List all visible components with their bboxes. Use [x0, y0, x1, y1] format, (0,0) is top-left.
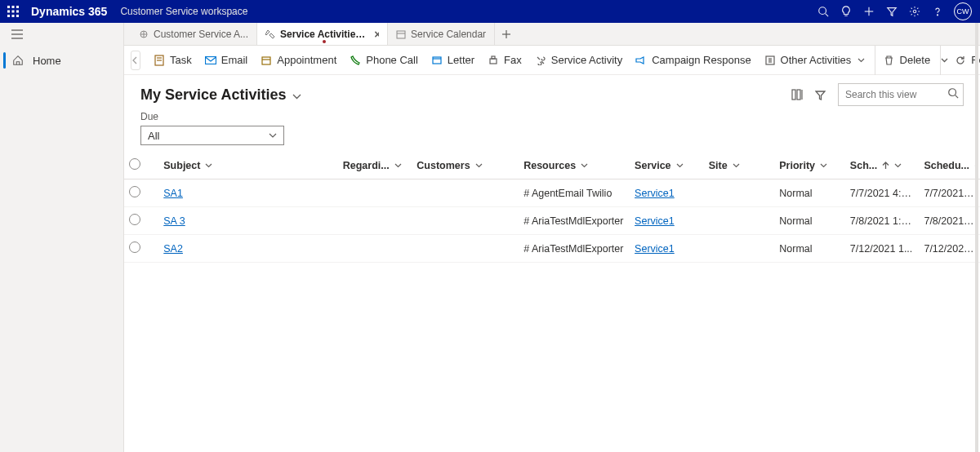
svg-rect-43: [792, 90, 795, 100]
campaign-icon: [635, 55, 647, 66]
phone-icon: [350, 55, 361, 66]
subject-link[interactable]: SA2: [163, 243, 183, 255]
delete-icon: [884, 55, 895, 66]
cell-sched-start: 7/12/2021 1...: [845, 235, 920, 263]
other-activities-icon: [764, 55, 776, 66]
svg-point-15: [937, 15, 938, 16]
lightbulb-icon[interactable]: [835, 0, 858, 23]
cell-resources: # AgentEmail Twilio: [519, 179, 630, 207]
back-button[interactable]: [131, 51, 140, 70]
col-site[interactable]: Site: [704, 152, 775, 179]
cmd-task[interactable]: Task: [147, 46, 198, 75]
col-service[interactable]: Service: [630, 152, 704, 179]
command-bar: Task Email Appointment Phone Call Letter…: [124, 46, 980, 75]
cmd-service-activity[interactable]: Service Activity: [528, 46, 629, 75]
tab-service-activities[interactable]: Service Activities My Ser... ×: [257, 23, 388, 45]
service-link[interactable]: Service1: [635, 188, 675, 199]
search-icon[interactable]: [947, 87, 959, 101]
subject-link[interactable]: SA1: [163, 188, 183, 199]
avatar[interactable]: CW: [954, 2, 972, 20]
cmd-fax[interactable]: Fax: [481, 46, 528, 75]
col-priority[interactable]: Priority: [774, 152, 845, 179]
cell-priority: Normal: [774, 235, 845, 263]
cmd-other-activities[interactable]: Other Activities: [758, 46, 871, 75]
svg-rect-1: [12, 6, 15, 8]
tab-label: Service Calendar: [411, 29, 486, 40]
tab-customer-service[interactable]: Customer Service A...: [131, 23, 257, 45]
search-input[interactable]: [838, 83, 964, 106]
cmd-appointment[interactable]: Appointment: [254, 46, 343, 75]
cell-sched-end: 7/12/2021 1...: [919, 235, 980, 263]
svg-rect-30: [262, 57, 270, 64]
svg-point-9: [819, 7, 826, 15]
filter-value: All: [148, 130, 159, 142]
svg-point-14: [913, 10, 916, 13]
table-row[interactable]: SA2 # AriaTestMdlExporter Service1 Norma…: [124, 235, 980, 263]
search-icon[interactable]: [812, 0, 835, 23]
search-this-view[interactable]: [838, 83, 964, 106]
add-tab-button[interactable]: [495, 23, 518, 45]
cell-resources: # AriaTestMdlExporter: [519, 207, 630, 235]
col-subject[interactable]: Subject: [158, 152, 337, 179]
svg-rect-0: [7, 6, 10, 8]
subject-link[interactable]: SA 3: [163, 215, 185, 227]
col-regarding[interactable]: Regardi...: [338, 152, 412, 179]
row-checkbox[interactable]: [129, 214, 140, 225]
app-launcher-icon[interactable]: [7, 5, 20, 18]
col-resources[interactable]: Resources: [519, 152, 630, 179]
svg-rect-2: [16, 6, 19, 8]
svg-rect-34: [490, 59, 497, 64]
cmd-delete[interactable]: Delete: [875, 46, 938, 75]
calendar-icon: [261, 55, 272, 66]
tab-service-calendar[interactable]: Service Calendar: [388, 23, 495, 45]
filter-icon[interactable]: [880, 0, 903, 23]
view-title-dropdown[interactable]: My Service Activities: [140, 86, 301, 104]
chevron-down-icon: [292, 86, 301, 104]
cell-resources: # AriaTestMdlExporter: [519, 235, 630, 263]
fax-icon: [488, 55, 499, 66]
due-filter-dropdown[interactable]: All: [140, 126, 284, 145]
help-icon[interactable]: [926, 0, 949, 23]
svg-rect-35: [492, 56, 495, 59]
col-scheduled-start[interactable]: Sch...: [845, 152, 920, 179]
app-name: Dynamics 365: [31, 5, 107, 18]
cell-sched-start: 7/7/2021 4:4...: [845, 179, 920, 207]
delete-split-chevron[interactable]: [940, 46, 948, 75]
svg-rect-3: [7, 11, 10, 13]
svg-rect-8: [16, 15, 19, 17]
table-row[interactable]: SA 3 # AriaTestMdlExporter Service1 Norm…: [124, 207, 980, 235]
sort-asc-icon: [882, 162, 889, 170]
edit-columns-icon[interactable]: [786, 83, 808, 106]
cell-sched-start: 7/8/2021 1:3...: [845, 207, 920, 235]
workspace-name: Customer Service workspace: [120, 6, 247, 17]
service-link[interactable]: Service1: [635, 215, 675, 227]
cmd-letter[interactable]: Letter: [425, 46, 481, 75]
unsaved-indicator-icon: [323, 40, 326, 43]
cmd-campaign-response[interactable]: Campaign Response: [629, 46, 757, 75]
select-all-checkbox[interactable]: [129, 158, 140, 170]
table-header-row: Subject Regardi... Customers Resources S…: [124, 152, 980, 179]
table-row[interactable]: SA1 # AgentEmail Twilio Service1 Normal …: [124, 179, 980, 207]
col-customers[interactable]: Customers: [412, 152, 519, 179]
home-icon: [11, 54, 24, 67]
row-checkbox[interactable]: [129, 186, 140, 197]
plus-icon[interactable]: [858, 0, 880, 23]
svg-rect-5: [16, 11, 19, 13]
letter-icon: [431, 55, 443, 66]
col-scheduled-end[interactable]: Schedu...: [919, 152, 980, 179]
cmd-phone[interactable]: Phone Call: [343, 46, 425, 75]
close-icon[interactable]: ×: [374, 28, 379, 41]
service-link[interactable]: Service1: [635, 243, 675, 255]
sidebar: Home: [0, 23, 124, 452]
view-header: My Service Activities: [124, 75, 980, 111]
svg-rect-4: [12, 11, 15, 13]
row-checkbox[interactable]: [129, 242, 140, 253]
menu-toggle-icon[interactable]: [0, 23, 123, 46]
nav-home[interactable]: Home: [0, 46, 123, 75]
svg-rect-44: [797, 90, 800, 100]
cell-sched-end: 7/8/2021 2:3...: [919, 207, 980, 235]
filter-icon[interactable]: [808, 83, 831, 106]
svg-line-10: [826, 14, 829, 17]
cmd-email[interactable]: Email: [198, 46, 255, 75]
gear-icon[interactable]: [903, 0, 926, 23]
